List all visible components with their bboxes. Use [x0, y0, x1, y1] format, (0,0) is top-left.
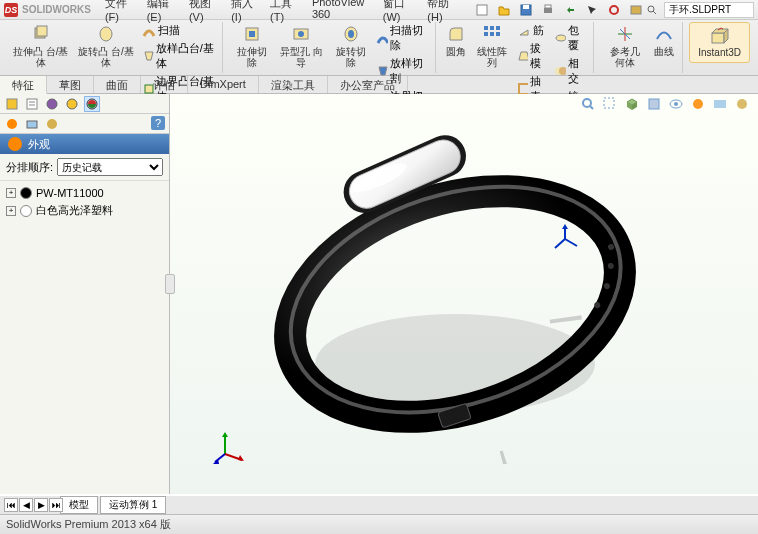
appearance-tab-icon[interactable] — [84, 96, 100, 112]
rib-button[interactable]: 筋 — [514, 22, 551, 39]
feature-manager-panel: ? 外观 分排顺序: 历史记载 + PW-MT11000 + 白色高光泽塑料 — [0, 94, 170, 494]
tab-features[interactable]: 特征 — [0, 76, 47, 94]
tab-nav-buttons: ⏮ ◀ ▶ ⏭ — [4, 498, 63, 512]
rebuild-icon[interactable] — [606, 2, 622, 18]
quick-access-toolbar — [474, 2, 644, 18]
apply-scene-icon[interactable] — [712, 96, 728, 112]
tab-dimxpert[interactable]: DimXpert — [188, 76, 259, 93]
tree-item[interactable]: + 白色高光泽塑料 — [4, 201, 165, 220]
decal-tab-icon[interactable] — [44, 116, 60, 132]
options-icon[interactable] — [628, 2, 644, 18]
svg-rect-10 — [37, 26, 47, 36]
workspace: ? 外观 分排顺序: 历史记载 + PW-MT11000 + 白色高光泽塑料 — [0, 94, 758, 494]
sidebar-tab-row-2: ? — [0, 114, 169, 134]
material-swatch-icon — [20, 205, 32, 217]
expand-icon[interactable]: + — [6, 206, 16, 216]
tree-item[interactable]: + PW-MT11000 — [4, 185, 165, 201]
model-render — [230, 104, 680, 464]
svg-point-5 — [610, 6, 618, 14]
print-icon[interactable] — [540, 2, 556, 18]
svg-rect-37 — [7, 99, 17, 109]
config-tab-icon[interactable] — [44, 96, 60, 112]
svg-rect-4 — [545, 5, 551, 8]
open-icon[interactable] — [496, 2, 512, 18]
tab-office[interactable]: 办公室产品 — [328, 76, 408, 93]
sweep-button[interactable]: 扫描 — [139, 22, 219, 39]
svg-point-42 — [67, 99, 77, 109]
help-icon[interactable]: ? — [151, 116, 165, 130]
svg-point-41 — [47, 99, 57, 109]
new-icon[interactable] — [474, 2, 490, 18]
coordinate-triad-icon — [210, 424, 250, 464]
command-tabs: 特征 草图 曲面 评估 DimXpert 渲染工具 办公室产品 — [0, 76, 758, 94]
draft-button[interactable]: 拔模 — [514, 40, 551, 72]
tab-sketch[interactable]: 草图 — [47, 76, 94, 93]
svg-rect-38 — [27, 99, 37, 109]
svg-point-11 — [100, 27, 112, 41]
filename-search[interactable] — [664, 2, 754, 18]
svg-rect-24 — [490, 32, 494, 36]
svg-rect-14 — [249, 31, 255, 37]
sweep-cut-button[interactable]: 扫描切除 — [373, 22, 430, 54]
edit-appearance-icon[interactable] — [690, 96, 706, 112]
appearance-tree: + PW-MT11000 + 白色高光泽塑料 — [0, 181, 169, 494]
svg-point-46 — [47, 119, 57, 129]
sidebar-tab-row-1 — [0, 94, 169, 114]
appearance-icon — [8, 137, 22, 151]
tab-next-icon[interactable]: ▶ — [34, 498, 48, 512]
tab-render[interactable]: 渲染工具 — [259, 76, 328, 93]
svg-rect-0 — [477, 5, 487, 15]
sidebar-title: 外观 — [28, 137, 50, 152]
motion-study-tab[interactable]: 运动算例 1 — [100, 496, 166, 514]
ref-geometry-button[interactable]: 参考几 何体 — [600, 22, 650, 70]
property-tab-icon[interactable] — [24, 96, 40, 112]
instant3d-button[interactable]: Instant3D — [689, 22, 750, 63]
expand-icon[interactable]: + — [6, 188, 16, 198]
tree-item-label: PW-MT11000 — [36, 187, 104, 199]
svg-rect-23 — [484, 32, 488, 36]
svg-point-53 — [693, 99, 703, 109]
sort-dropdown[interactable]: 历史记载 — [57, 158, 163, 176]
model-tab[interactable]: 模型 — [60, 496, 98, 514]
orientation-triad-icon[interactable] — [550, 224, 580, 254]
search-icon[interactable] — [644, 2, 660, 18]
bottom-tab-bar: ⏮ ◀ ▶ ⏭ 模型 运动算例 1 — [0, 496, 758, 514]
status-text: SolidWorks Premium 2013 x64 版 — [6, 517, 171, 532]
tab-first-icon[interactable]: ⏮ — [4, 498, 18, 512]
svg-line-8 — [653, 11, 656, 14]
tree-item-label: 白色高光泽塑料 — [36, 203, 113, 218]
panel-divider-handle[interactable] — [165, 274, 175, 294]
sidebar-header: 外观 — [0, 134, 169, 154]
svg-rect-25 — [496, 32, 500, 36]
wrap-button[interactable]: 包覆 — [551, 22, 588, 54]
loft-button[interactable]: 放样凸台/基体 — [139, 40, 219, 72]
tab-last-icon[interactable]: ⏭ — [49, 498, 63, 512]
svg-rect-21 — [490, 26, 494, 30]
tab-evaluate[interactable]: 评估 — [141, 76, 188, 93]
tab-prev-icon[interactable]: ◀ — [19, 498, 33, 512]
sort-label: 分排顺序: — [6, 160, 53, 175]
solidworks-icon: DS — [4, 3, 18, 17]
undo-icon[interactable] — [562, 2, 578, 18]
curves-button[interactable]: 曲线 — [650, 22, 678, 70]
svg-point-27 — [556, 35, 565, 41]
title-bar: DS SOLIDWORKS 文件(F) 编辑(E) 视图(V) 插入(I) 工具… — [0, 0, 758, 20]
select-icon[interactable] — [584, 2, 600, 18]
svg-rect-45 — [27, 121, 37, 128]
svg-line-70 — [555, 239, 565, 248]
view-settings-icon[interactable] — [734, 96, 750, 112]
svg-rect-20 — [484, 26, 488, 30]
dimxpert-tab-icon[interactable] — [64, 96, 80, 112]
svg-rect-54 — [714, 100, 726, 108]
intersect-button[interactable]: 相交 — [551, 55, 588, 87]
save-icon[interactable] — [518, 2, 534, 18]
app-logo: DS SOLIDWORKS — [4, 3, 91, 17]
tab-surfaces[interactable]: 曲面 — [94, 76, 141, 93]
scene-tab-icon[interactable] — [24, 116, 40, 132]
render-tab-icon[interactable] — [4, 116, 20, 132]
material-swatch-icon — [20, 187, 32, 199]
feature-tree-tab-icon[interactable] — [4, 96, 20, 112]
3d-viewport[interactable] — [170, 94, 758, 494]
svg-point-18 — [348, 30, 354, 38]
svg-point-16 — [298, 31, 304, 37]
